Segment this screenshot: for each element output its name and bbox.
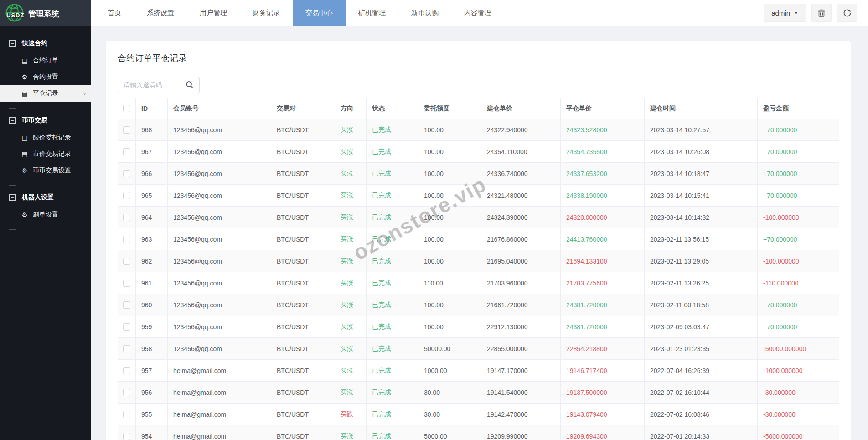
nav-tab-home[interactable]: 首页 <box>95 0 134 26</box>
cell-close-price: 21703.775600 <box>561 272 645 294</box>
cell-open-price: 24336.740000 <box>481 163 561 185</box>
cell-close-price: 19209.694300 <box>561 425 645 440</box>
section-title: 快速合约 <box>22 39 47 47</box>
cell-status: 已完成 <box>367 338 418 360</box>
content-card: 合约订单平仓记录 ozonstore.vip <box>106 41 851 440</box>
table-row: 955heima@gmail.comBTC/USDT买跌已完成30.001914… <box>118 404 839 425</box>
row-checkbox[interactable] <box>123 323 130 331</box>
row-checkbox[interactable] <box>123 236 130 243</box>
cell-close-price: 21694.133100 <box>561 250 645 272</box>
sidebar-item-brush-order-settings[interactable]: ⚙ 刷单设置 <box>0 207 91 223</box>
cell-id: 955 <box>136 404 168 425</box>
row-checkbox[interactable] <box>123 433 130 440</box>
list-icon: ▤ <box>21 57 28 64</box>
cell-id: 967 <box>136 141 168 163</box>
table-row: 965123456@qq.comBTC/USDT买涨已完成100.0024321… <box>118 185 839 207</box>
sidebar-item-close-records[interactable]: ▤ 平仓记录 › <box>0 85 91 102</box>
row-checkbox[interactable] <box>123 301 130 309</box>
sidebar-divider <box>9 185 16 186</box>
search-row <box>118 71 839 98</box>
logout-button[interactable] <box>837 4 857 22</box>
cell-open-price: 21703.960000 <box>481 272 561 294</box>
cell-account: 123456@qq.com <box>168 228 271 250</box>
clear-cache-button[interactable] <box>811 4 832 22</box>
top-bar: USDZ 管理系统 首页 系统设置 用户管理 财务记录 交易中心 矿机管理 新币… <box>0 0 868 26</box>
cell-id: 963 <box>136 228 168 250</box>
cell-status: 已完成 <box>367 404 418 425</box>
logout-icon <box>843 9 852 17</box>
row-checkbox[interactable] <box>123 214 130 221</box>
cell-profit: +70.000000 <box>758 185 839 207</box>
col-pair: 交易对 <box>271 98 335 119</box>
sidebar-item-limit-orders[interactable]: ▤ 限价委托记录 <box>0 129 91 146</box>
row-checkbox[interactable] <box>123 345 130 352</box>
cell-close-price: 22854.218800 <box>561 338 645 360</box>
cell-id: 956 <box>136 382 168 404</box>
nav-tab-user-management[interactable]: 用户管理 <box>187 0 240 26</box>
row-checkbox[interactable] <box>123 148 130 155</box>
collapse-minus-icon: − <box>9 40 16 47</box>
nav-tab-new-coin[interactable]: 新币认购 <box>398 0 451 26</box>
cell-account: 123456@qq.com <box>168 207 271 228</box>
sidebar: − 快速合约 ▤ 合约订单 ⚙ 合约设置 ▤ 平仓记录 › − 币币交易 ▤ 限… <box>0 26 91 440</box>
select-all-checkbox[interactable] <box>123 105 130 112</box>
cell-pair: BTC/USDT <box>271 228 335 250</box>
cell-close-price: 19143.079400 <box>561 404 645 425</box>
cell-id: 964 <box>136 207 168 228</box>
table-body: 968123456@qq.comBTC/USDT买涨已完成100.0024322… <box>118 119 839 440</box>
admin-dropdown[interactable]: admin ▼ <box>764 4 806 22</box>
sidebar-item-contract-orders[interactable]: ▤ 合约订单 <box>0 52 91 69</box>
table-row: 954heima@gmail.comBTC/USDT买涨已完成5000.0019… <box>118 425 839 440</box>
cell-open-time: 2023-03-14 10:26:08 <box>645 141 758 163</box>
nav-tab-content-management[interactable]: 内容管理 <box>451 0 504 26</box>
row-checkbox[interactable] <box>123 280 130 287</box>
cell-profit: -1000.000000 <box>758 360 839 382</box>
sidebar-item-label: 市价交易记录 <box>33 150 71 158</box>
sidebar-item-coin-trade-settings[interactable]: ⚙ 币币交易设置 <box>0 162 91 179</box>
search-icon[interactable] <box>186 81 194 89</box>
row-checkbox[interactable] <box>123 192 130 199</box>
nav-tab-finance-records[interactable]: 财务记录 <box>240 0 293 26</box>
invite-code-input[interactable] <box>124 81 186 88</box>
table-row: 957heima@gmail.comBTC/USDT买涨已完成1000.0019… <box>118 360 839 382</box>
nav-tab-miner-management[interactable]: 矿机管理 <box>346 0 398 26</box>
sidebar-section-coin-trade[interactable]: − 币币交易 <box>0 111 91 129</box>
cell-account: 123456@qq.com <box>168 316 271 338</box>
cell-id: 959 <box>136 316 168 338</box>
row-checkbox-cell <box>118 316 136 338</box>
table-row: 961123456@qq.comBTC/USDT买涨已完成110.0021703… <box>118 272 839 294</box>
chevron-down-icon: ▼ <box>794 10 798 16</box>
cell-account: 123456@qq.com <box>168 141 271 163</box>
row-checkbox[interactable] <box>123 170 130 177</box>
row-checkbox[interactable] <box>123 411 130 418</box>
sidebar-section-quick-contract[interactable]: − 快速合约 <box>0 34 91 52</box>
cell-account: 123456@qq.com <box>168 250 271 272</box>
cell-account: heima@gmail.com <box>168 360 271 382</box>
cell-profit: +70.000000 <box>758 141 839 163</box>
row-checkbox-cell <box>118 404 136 425</box>
sidebar-item-contract-settings[interactable]: ⚙ 合约设置 <box>0 69 91 85</box>
cell-profit: +70.000000 <box>758 316 839 338</box>
row-checkbox[interactable] <box>123 367 130 374</box>
nav-tab-system-settings[interactable]: 系统设置 <box>134 0 187 26</box>
cell-open-time: 2022-07-02 16:10:44 <box>645 382 758 404</box>
cell-direction: 买涨 <box>335 360 367 382</box>
cell-pair: BTC/USDT <box>271 119 335 141</box>
cell-account: heima@gmail.com <box>168 425 271 440</box>
row-checkbox[interactable] <box>123 258 130 265</box>
cell-account: 123456@qq.com <box>168 338 271 360</box>
nav-tab-trade-center[interactable]: 交易中心 <box>293 0 346 26</box>
cell-amount: 5000.00 <box>418 425 481 440</box>
cell-id: 961 <box>136 272 168 294</box>
row-checkbox[interactable] <box>123 389 130 396</box>
sidebar-item-market-trade-records[interactable]: ▤ 市价交易记录 <box>0 146 91 162</box>
sidebar-section-robot-settings[interactable]: − 机器人设置 <box>0 188 91 207</box>
col-amount: 委托额度 <box>418 98 481 119</box>
cell-profit: -30.000000 <box>758 382 839 404</box>
cell-profit: +70.000000 <box>758 163 839 185</box>
table-row: 963123456@qq.comBTC/USDT买涨已完成100.0021676… <box>118 228 839 250</box>
cell-open-price: 24322.940000 <box>481 119 561 141</box>
cell-amount: 100.00 <box>418 316 481 338</box>
sidebar-item-label: 合约设置 <box>33 73 58 81</box>
row-checkbox[interactable] <box>123 126 130 134</box>
